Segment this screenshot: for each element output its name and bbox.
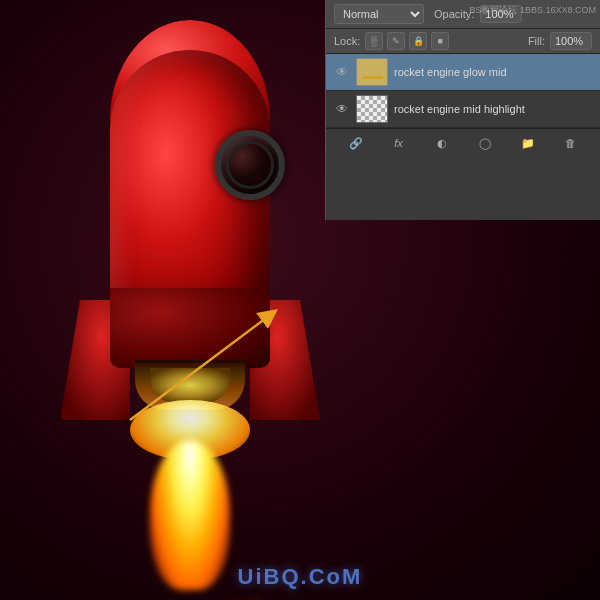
layer-row[interactable]: 👁 rocket engine mid highlight bbox=[326, 91, 600, 128]
folder-icon[interactable]: 📁 bbox=[518, 133, 538, 153]
fx-icon[interactable]: fx bbox=[389, 133, 409, 153]
fill-input[interactable] bbox=[550, 32, 592, 50]
lock-icons-group: ▒ ✎ 🔒 ■ bbox=[365, 32, 523, 50]
rocket-nozzle-inner bbox=[150, 368, 230, 403]
fill-label: Fill: bbox=[528, 35, 545, 47]
adjustment-icon[interactable]: ◐ bbox=[432, 133, 452, 153]
layer-name: rocket engine mid highlight bbox=[394, 103, 592, 115]
opacity-label: Opacity: bbox=[434, 8, 474, 20]
rocket-porthole bbox=[215, 130, 285, 200]
visibility-toggle[interactable]: 👁 bbox=[334, 101, 350, 117]
lock-pixels-btn[interactable]: ▒ bbox=[365, 32, 383, 50]
rocket: BS bbox=[60, 20, 320, 560]
layer-row[interactable]: 👁 rocket engine glow mid bbox=[326, 54, 600, 91]
mask-icon[interactable]: ◯ bbox=[475, 133, 495, 153]
layers-panel: BS教程论坛 1BBS.16XX8.COM Normal Multiply Sc… bbox=[325, 0, 600, 220]
lock-fill-row: Lock: ▒ ✎ 🔒 ■ Fill: bbox=[326, 29, 600, 54]
rocket-body bbox=[110, 50, 270, 310]
delete-icon[interactable]: 🗑 bbox=[561, 133, 581, 153]
lock-label: Lock: bbox=[334, 35, 360, 47]
bottom-watermark: UiBQ.CoM bbox=[238, 564, 363, 590]
panel-bottom-bar: 🔗 fx ◐ ◯ 📁 🗑 bbox=[326, 128, 600, 157]
rocket-bottom: BS bbox=[110, 288, 270, 368]
layer-thumbnail bbox=[356, 58, 388, 86]
rocket-label: BS bbox=[224, 596, 266, 600]
link-icon[interactable]: 🔗 bbox=[346, 133, 366, 153]
lock-position-btn[interactable]: 🔒 bbox=[409, 32, 427, 50]
lock-paint-btn[interactable]: ✎ bbox=[387, 32, 405, 50]
lock-all-btn[interactable]: ■ bbox=[431, 32, 449, 50]
blend-mode-select[interactable]: Normal Multiply Screen Overlay bbox=[334, 4, 424, 24]
panel-watermark: BS教程论坛 1BBS.16XX8.COM bbox=[469, 4, 596, 17]
visibility-toggle[interactable]: 👁 bbox=[334, 64, 350, 80]
rocket-flame bbox=[150, 440, 230, 590]
layer-name: rocket engine glow mid bbox=[394, 66, 592, 78]
layer-thumbnail bbox=[356, 95, 388, 123]
layers-list: 👁 rocket engine glow mid 👁 rocket engine… bbox=[326, 54, 600, 128]
